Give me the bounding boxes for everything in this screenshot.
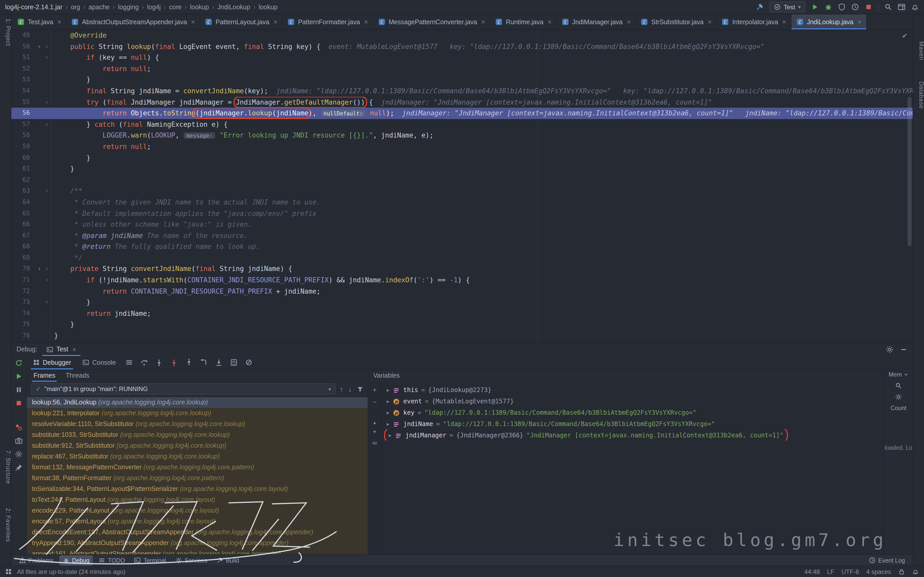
run-config-select[interactable]: Test ▾: [769, 2, 805, 12]
code-line[interactable]: 59 return null;: [11, 141, 913, 152]
code-line[interactable]: 56 return Objects.toString(jndiManager.l…: [11, 108, 913, 119]
stack-frame-row[interactable]: resolveVariable:1110, StrSubstitutor (or…: [27, 419, 368, 430]
tab-close-icon[interactable]: ×: [782, 18, 786, 26]
notifications-icon[interactable]: [911, 3, 919, 11]
stack-frame-row[interactable]: lookup:56, JndiLookup (org.apache.loggin…: [27, 397, 368, 408]
expand-chevron-icon[interactable]: ▶: [387, 384, 389, 395]
tab-close-icon[interactable]: ×: [708, 18, 712, 26]
thread-selector[interactable]: ✓ "main"@1 in group "main": RUNNING ▾: [31, 383, 336, 395]
fold-marker[interactable]: ∨: [43, 52, 51, 63]
code-line[interactable]: 52 return null;: [11, 63, 913, 74]
line-number[interactable]: 59: [11, 141, 35, 152]
inspections-ok-icon[interactable]: ✔: [902, 32, 908, 40]
close-icon[interactable]: ×: [73, 345, 76, 353]
tab-close-icon[interactable]: ×: [191, 18, 195, 26]
force-step-into-button[interactable]: [170, 359, 178, 366]
step-into-button[interactable]: [155, 359, 163, 366]
drop-frame-button[interactable]: [200, 359, 208, 366]
code-line[interactable]: 65 * Default implementation applies the …: [11, 208, 913, 219]
breadcrumb-item[interactable]: apache: [89, 3, 110, 11]
tool-window-button[interactable]: 7: Structure: [0, 450, 11, 484]
code-line[interactable]: 58 LOGGER.warn(LOOKUP, message: "Error l…: [11, 130, 913, 141]
event-log-button[interactable]: Event Log: [865, 555, 908, 566]
editor-tab[interactable]: CStrSubstitutor.java×: [636, 15, 717, 29]
notification-bell-icon[interactable]: [912, 568, 919, 575]
editor-tab[interactable]: CPatternLayout.java×: [200, 15, 283, 29]
tool-window-switcher-icon[interactable]: [5, 568, 12, 575]
tool-window-bar-item[interactable]: Terminal: [131, 555, 170, 566]
line-number[interactable]: 68: [11, 241, 35, 253]
code-line[interactable]: 75 }: [11, 319, 913, 330]
memory-tab[interactable]: Mem: [888, 371, 908, 378]
variable-row[interactable]: ▶pevent = {MutableLogEvent@1577}: [381, 395, 913, 406]
fold-marker[interactable]: ∨: [43, 41, 51, 52]
line-number[interactable]: 71: [11, 275, 35, 286]
expand-chevron-icon[interactable]: ▶: [387, 396, 389, 406]
breadcrumb-item[interactable]: logging: [118, 3, 139, 11]
breadcrumb-item[interactable]: core: [169, 3, 182, 11]
line-number[interactable]: 60: [11, 152, 35, 163]
stack-frame-row[interactable]: directEncodeEvent:197, AbstractOutputStr…: [27, 527, 368, 538]
tool-window-button[interactable]: Maven: [913, 41, 924, 60]
tab-close-icon[interactable]: ×: [858, 18, 861, 26]
fold-marker[interactable]: ∨: [43, 297, 51, 308]
remove-watch-icon[interactable]: −: [373, 398, 376, 406]
breadcrumb-item[interactable]: lookup: [258, 3, 278, 11]
line-number[interactable]: 51: [11, 52, 35, 63]
search-everywhere-icon[interactable]: [884, 3, 892, 11]
line-number[interactable]: 58: [11, 130, 35, 141]
fold-marker[interactable]: ∨: [43, 119, 51, 130]
code-line[interactable]: 61 }: [11, 163, 913, 174]
code-line[interactable]: 54 final String jndiName = convertJndiNa…: [11, 85, 913, 97]
code-line[interactable]: 62: [11, 174, 913, 185]
run-button[interactable]: [811, 3, 819, 11]
line-number[interactable]: 62: [11, 174, 35, 185]
stack-frame-row[interactable]: substitute:912, StrSubstitutor (org.apac…: [27, 440, 368, 451]
line-number[interactable]: 50: [11, 41, 35, 52]
editor-tab[interactable]: CRuntime.java×: [490, 15, 557, 29]
line-number[interactable]: 74: [11, 308, 35, 319]
next-frame-icon[interactable]: ↓: [348, 385, 352, 393]
code-line[interactable]: 73∨ }: [11, 297, 913, 308]
stop-button[interactable]: [865, 3, 872, 11]
code-editor[interactable]: 49 @Override50↑∨ public String lookup(fi…: [11, 30, 913, 342]
hide-library-frames-icon[interactable]: [357, 385, 363, 392]
build-hammer-icon[interactable]: [756, 3, 764, 11]
tool-window-bar-item[interactable]: Build: [213, 555, 242, 566]
line-number[interactable]: 61: [11, 163, 35, 174]
step-over-button[interactable]: [140, 359, 148, 366]
debug-settings-gear-icon[interactable]: [886, 345, 893, 353]
cursor-position[interactable]: 44:48: [804, 568, 820, 575]
code-line[interactable]: 53 }: [11, 74, 913, 85]
stack-frame-row[interactable]: toText:244, PatternLayout (org.apache.lo…: [27, 495, 368, 505]
fold-marker[interactable]: ∨: [43, 97, 51, 108]
line-number[interactable]: 63: [11, 186, 35, 197]
variable-row[interactable]: ▶this = {JndiLookup@2273}: [381, 384, 913, 395]
watch-all-icon[interactable]: ∞: [372, 439, 377, 446]
tab-frames[interactable]: Frames: [32, 369, 57, 382]
tab-close-icon[interactable]: ×: [548, 18, 551, 26]
code-line[interactable]: 51∨ if (key == null) {: [11, 52, 913, 63]
variable-row[interactable]: ▶pkey = "ldap://127.0.0.1:1389/Basic/Com…: [381, 406, 913, 418]
breadcrumb-item[interactable]: org: [71, 3, 80, 11]
editor-tab[interactable]: CMessagePatternConverter.java×: [373, 15, 490, 29]
line-number[interactable]: 57: [11, 119, 35, 130]
stack-frame-row[interactable]: format:132, MessagePatternConverter (org…: [27, 462, 368, 473]
window-layout-icon[interactable]: [898, 3, 905, 11]
tab-threads[interactable]: Threads: [64, 369, 91, 382]
code-line[interactable]: 70↑∨ private String convertJndiName(fina…: [11, 264, 913, 275]
add-watch-icon[interactable]: +: [373, 386, 376, 393]
code-line[interactable]: 64 * Convert the given JNDI name to the …: [11, 197, 913, 208]
variable-row[interactable]: ▶jndiManager = {JndiManager@2366} "JndiM…: [381, 429, 913, 440]
pause-button[interactable]: [15, 386, 23, 393]
code-area[interactable]: 49 @Override50↑∨ public String lookup(fi…: [11, 30, 913, 341]
profiler-button[interactable]: [851, 3, 859, 11]
line-number[interactable]: 76: [11, 330, 35, 341]
line-number[interactable]: 67: [11, 230, 35, 241]
hide-panel-icon[interactable]: [900, 345, 908, 353]
layout-menu-icon[interactable]: [125, 359, 133, 366]
coverage-button[interactable]: [838, 3, 846, 11]
line-number[interactable]: 54: [11, 85, 35, 97]
stack-frame-row[interactable]: toSerializable:344, PatternLayout$Patter…: [27, 484, 368, 495]
code-line[interactable]: 67 * @param jndiName The name of the res…: [11, 230, 913, 241]
